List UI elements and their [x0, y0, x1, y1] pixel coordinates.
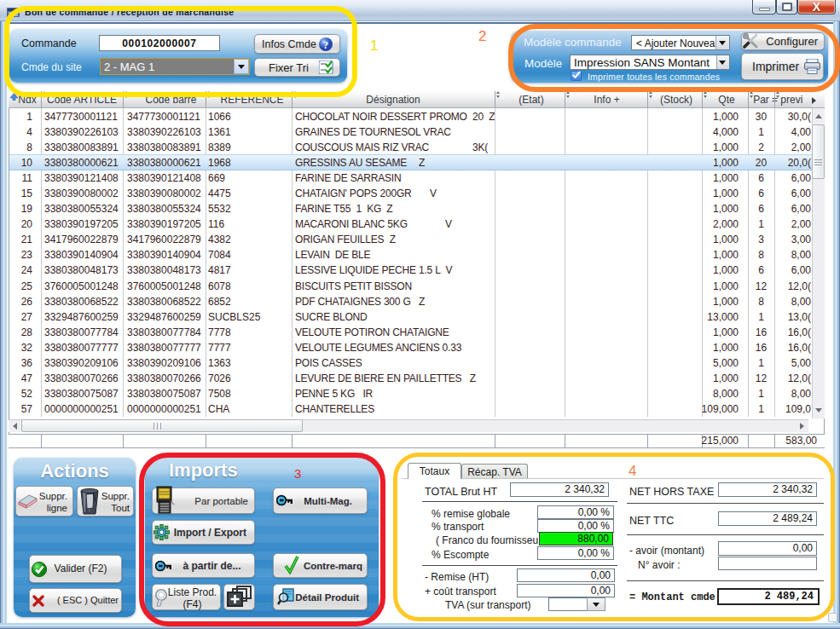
svg-text:?: ? — [323, 39, 328, 51]
